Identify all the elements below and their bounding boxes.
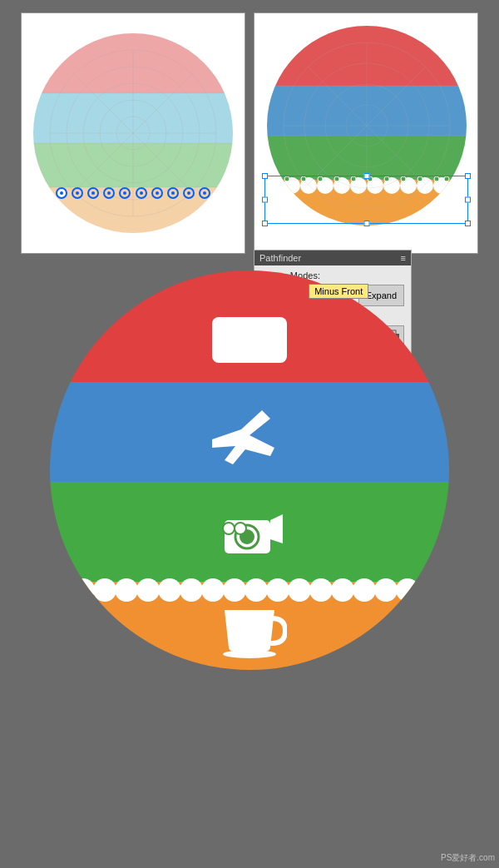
panel-title: Pathfinder xyxy=(259,253,301,263)
scallop xyxy=(417,578,441,602)
anchor-dot[interactable] xyxy=(103,187,115,199)
scallop xyxy=(396,578,419,602)
right-canvas xyxy=(254,12,478,254)
anchor-dot[interactable] xyxy=(151,187,163,199)
right-seg-red xyxy=(267,26,467,86)
scallop xyxy=(331,578,354,602)
selection-handle[interactable] xyxy=(465,173,471,179)
svg-rect-59 xyxy=(212,329,287,342)
selection-handle[interactable] xyxy=(465,221,471,226)
panel-menu-icon[interactable]: ≡ xyxy=(401,253,406,263)
camera-icon xyxy=(204,502,295,572)
camera-svg xyxy=(204,502,295,568)
left-seg-blue xyxy=(33,93,233,143)
anchor-dot[interactable] xyxy=(136,187,147,199)
selection-handle[interactable] xyxy=(262,173,268,179)
scallop xyxy=(180,578,203,602)
scallop xyxy=(158,578,181,602)
scallop xyxy=(309,578,333,602)
left-circle xyxy=(33,33,233,233)
svg-point-66 xyxy=(223,650,276,658)
scallop xyxy=(201,578,225,602)
selection-box xyxy=(264,176,468,224)
scallop xyxy=(353,578,376,602)
anchor-dot[interactable] xyxy=(119,187,131,199)
plane-icon xyxy=(204,406,295,476)
credit-card-svg xyxy=(208,310,291,369)
anchor-dot[interactable] xyxy=(199,187,210,199)
left-circle-clip xyxy=(33,33,233,233)
big-scallop-edge xyxy=(50,578,449,605)
coffee-svg xyxy=(212,602,287,660)
scallop xyxy=(50,578,73,602)
scallop xyxy=(93,578,116,602)
scallop xyxy=(136,578,160,602)
scallop xyxy=(288,578,311,602)
scallop xyxy=(115,578,138,602)
selection-handle[interactable] xyxy=(363,173,369,179)
anchor-dot[interactable] xyxy=(167,187,179,199)
svg-point-63 xyxy=(223,523,235,534)
selection-handle[interactable] xyxy=(262,197,268,203)
selection-handle[interactable] xyxy=(262,221,268,226)
top-section xyxy=(0,0,499,262)
anchor-dot[interactable] xyxy=(72,187,83,199)
right-seg-blue xyxy=(267,86,467,136)
panel-titlebar: Pathfinder ≡ xyxy=(254,250,411,265)
svg-point-64 xyxy=(235,523,246,534)
plane-svg xyxy=(204,406,295,473)
coffee-icon xyxy=(212,602,287,663)
scallop xyxy=(374,578,398,602)
anchor-dots-row xyxy=(53,187,213,199)
anchor-dot[interactable] xyxy=(87,187,99,199)
anchor-dot[interactable] xyxy=(183,187,195,199)
scallop xyxy=(245,578,268,602)
left-seg-red xyxy=(33,33,233,93)
scallop xyxy=(266,578,289,602)
scallop xyxy=(223,578,246,602)
scallop xyxy=(72,578,95,602)
selection-handle[interactable] xyxy=(363,221,369,226)
left-seg-green xyxy=(33,143,233,187)
big-circle xyxy=(50,270,449,670)
anchor-dot[interactable] xyxy=(56,187,67,199)
selection-handle[interactable] xyxy=(465,197,471,203)
svg-marker-65 xyxy=(270,514,283,543)
left-canvas xyxy=(21,12,245,254)
credit-card-icon xyxy=(208,310,291,372)
watermark: PS爱好者.com xyxy=(441,852,495,864)
bottom-section xyxy=(0,262,499,670)
